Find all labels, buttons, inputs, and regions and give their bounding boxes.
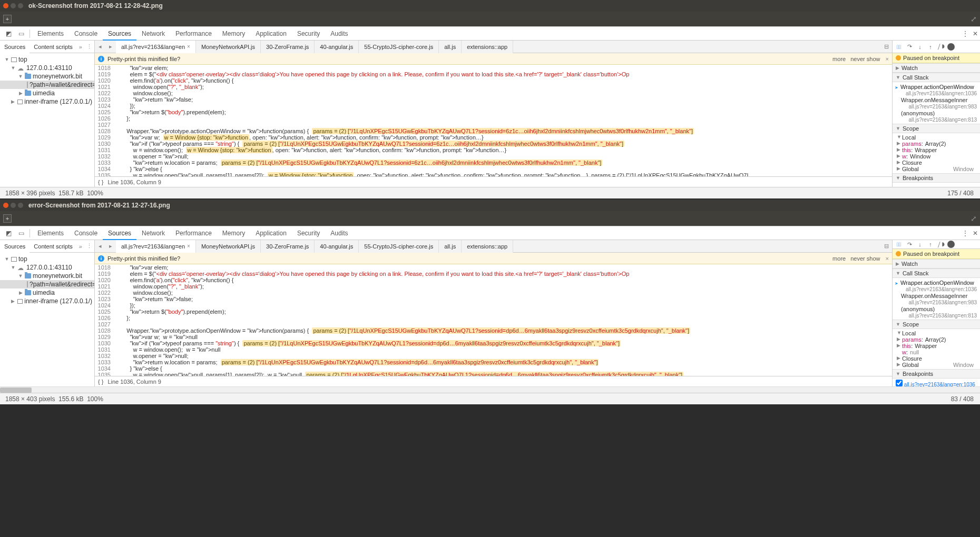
bp-checkbox[interactable]: [896, 380, 903, 386]
tab-memory[interactable]: Memory: [217, 27, 250, 41]
tab-audits[interactable]: Audits: [325, 27, 353, 41]
step-out-icon[interactable]: ↑: [926, 240, 935, 248]
pause-on-exceptions-icon[interactable]: [947, 43, 955, 51]
file-tab-alljs2[interactable]: all.js: [439, 41, 462, 53]
tree-inner-iframe[interactable]: ▶inner-iframe (127.0.0.1/): [0, 297, 94, 305]
tree-file-wallet[interactable]: ?path=/wallet&redirect=/wa: [0, 81, 94, 89]
infobar-more-link[interactable]: more: [832, 56, 846, 62]
scope-var[interactable]: ▶this:Wrapper: [893, 147, 980, 153]
step-over-icon[interactable]: ↷: [905, 240, 914, 248]
tab-sources[interactable]: Sources: [103, 226, 136, 240]
file-tab-angular[interactable]: 40-angular.js: [315, 41, 359, 53]
device-toggle-icon[interactable]: ▭: [17, 29, 25, 38]
tree-folder-moneynetwork[interactable]: ▼moneynetwork.bit: [0, 72, 94, 81]
deactivate-bp-icon[interactable]: ⧸◗: [937, 240, 945, 248]
nav-tab-sources[interactable]: Sources: [0, 240, 30, 253]
maximize-icon[interactable]: [18, 203, 23, 208]
minimize-icon[interactable]: [11, 203, 16, 208]
history-back-icon[interactable]: ◂: [95, 243, 105, 250]
fullscreen-icon[interactable]: ⤢: [971, 15, 977, 23]
history-fwd-icon[interactable]: ▸: [105, 243, 116, 250]
scope-var[interactable]: ▶params:Array(2): [893, 141, 980, 147]
tree-top[interactable]: ▼top: [0, 55, 94, 64]
fullscreen-icon[interactable]: ⤢: [971, 214, 977, 223]
tree-top[interactable]: ▼top: [0, 255, 94, 263]
close-tab-icon[interactable]: ×: [187, 240, 190, 253]
file-tab-mnapi[interactable]: MoneyNetworkAPI.js: [196, 41, 261, 53]
stack-frame[interactable]: Wrapper.actionOpenWindow: [893, 83, 980, 91]
section-callstack[interactable]: ▼Call Stack: [893, 268, 980, 278]
add-tab-button[interactable]: +: [3, 15, 12, 23]
deactivate-bp-icon[interactable]: ⧸◗: [937, 43, 945, 51]
tab-console[interactable]: Console: [69, 27, 103, 41]
stack-frame[interactable]: Wrapper.onMessageInner: [893, 96, 980, 104]
resume-icon[interactable]: ▶⃓: [895, 240, 903, 248]
pretty-print-icon[interactable]: { }: [98, 179, 103, 185]
tab-elements[interactable]: Elements: [32, 226, 69, 240]
file-tab-ext[interactable]: extensions::app: [462, 240, 513, 253]
horizontal-scrollbar[interactable]: [0, 386, 980, 393]
file-tab-zeroframe[interactable]: 30-ZeroFrame.js: [261, 41, 315, 53]
pretty-print-icon[interactable]: { }: [98, 379, 103, 385]
section-watch[interactable]: ▶Watch: [893, 259, 980, 268]
inspect-icon[interactable]: ◩: [4, 29, 13, 38]
tab-application[interactable]: Application: [250, 27, 292, 41]
file-tab-alljs2[interactable]: all.js: [439, 240, 462, 253]
tab-security[interactable]: Security: [292, 226, 325, 240]
resume-icon[interactable]: ▶⃓: [895, 43, 903, 51]
infobar-more-link[interactable]: more: [832, 255, 846, 262]
infobar-close-icon[interactable]: ×: [886, 255, 889, 262]
nav-tab-content-scripts[interactable]: Content scripts: [30, 240, 76, 253]
more-icon[interactable]: ⋮: [962, 30, 968, 37]
nav-more-icon[interactable]: »: [77, 44, 84, 50]
infobar-never-link[interactable]: never show: [850, 255, 880, 262]
file-tab-ext[interactable]: extensions::app: [462, 41, 513, 53]
section-scope[interactable]: ▼Scope: [893, 124, 980, 133]
scope-var[interactable]: ▶this:Wrapper: [893, 343, 980, 349]
tab-console[interactable]: Console: [69, 226, 103, 240]
nav-tab-sources[interactable]: Sources: [0, 41, 30, 53]
close-devtools-icon[interactable]: ✕: [973, 30, 978, 37]
file-tab-alljs[interactable]: all.js?rev=2163&lang=en×: [116, 41, 196, 53]
nav-menu-icon[interactable]: ⋮: [84, 243, 94, 250]
toggle-breakpoints-icon[interactable]: ⊟: [884, 243, 889, 250]
tab-performance[interactable]: Performance: [170, 27, 217, 41]
history-back-icon[interactable]: ◂: [95, 43, 105, 50]
tree-inner-iframe[interactable]: ▶inner-iframe (127.0.0.1/): [0, 97, 94, 106]
minimize-icon[interactable]: [11, 3, 16, 8]
step-into-icon[interactable]: ↓: [916, 43, 924, 51]
file-tab-alljs[interactable]: all.js?rev=2163&lang=en×: [116, 240, 196, 253]
step-into-icon[interactable]: ↓: [916, 240, 924, 248]
tab-memory[interactable]: Memory: [217, 226, 250, 240]
add-tab-button[interactable]: +: [3, 214, 12, 223]
tab-sources[interactable]: Sources: [103, 27, 136, 41]
section-watch[interactable]: ▶Watch: [893, 63, 980, 73]
infobar-close-icon[interactable]: ×: [886, 56, 889, 62]
section-breakpoints[interactable]: ▼Breakpoints: [893, 369, 980, 379]
scope-var[interactable]: w:null: [893, 349, 980, 355]
device-toggle-icon[interactable]: ▭: [17, 229, 25, 237]
stack-frame[interactable]: Wrapper.actionOpenWindow: [893, 279, 980, 286]
close-icon[interactable]: [3, 3, 8, 8]
file-tab-zeroframe[interactable]: 30-ZeroFrame.js: [261, 240, 315, 253]
step-over-icon[interactable]: ↷: [905, 43, 914, 51]
tree-origin[interactable]: ▼☁127.0.0.1:43110: [0, 64, 94, 72]
file-tab-mnapi[interactable]: MoneyNetworkAPI.js: [196, 240, 261, 253]
tab-audits[interactable]: Audits: [325, 226, 353, 240]
code-editor[interactable]: 1018 "kw">var elem;1019 elem = $("<div c…: [95, 65, 892, 176]
step-out-icon[interactable]: ↑: [926, 43, 935, 51]
scope-var[interactable]: ▶w:Window: [893, 153, 980, 160]
infobar-never-link[interactable]: never show: [850, 56, 880, 62]
tree-folder-uimedia[interactable]: ▶uimedia: [0, 289, 94, 297]
toggle-breakpoints-icon[interactable]: ⊟: [884, 43, 889, 50]
tab-application[interactable]: Application: [250, 226, 292, 240]
tree-file-wallet[interactable]: ?path=/wallet&redirect=/wa: [0, 280, 94, 289]
nav-menu-icon[interactable]: ⋮: [84, 43, 94, 50]
tab-security[interactable]: Security: [292, 27, 325, 41]
pause-on-exceptions-icon[interactable]: [947, 241, 955, 248]
stack-frame[interactable]: (anonymous): [893, 110, 980, 117]
file-tab-cryptojs[interactable]: 55-CryptoJS-cipher-core.js: [359, 240, 439, 253]
section-callstack[interactable]: ▼Call Stack: [893, 73, 980, 82]
inspect-icon[interactable]: ◩: [4, 229, 13, 237]
code-editor[interactable]: 1018 "kw">var elem;1019 elem = $("<div c…: [95, 264, 892, 376]
